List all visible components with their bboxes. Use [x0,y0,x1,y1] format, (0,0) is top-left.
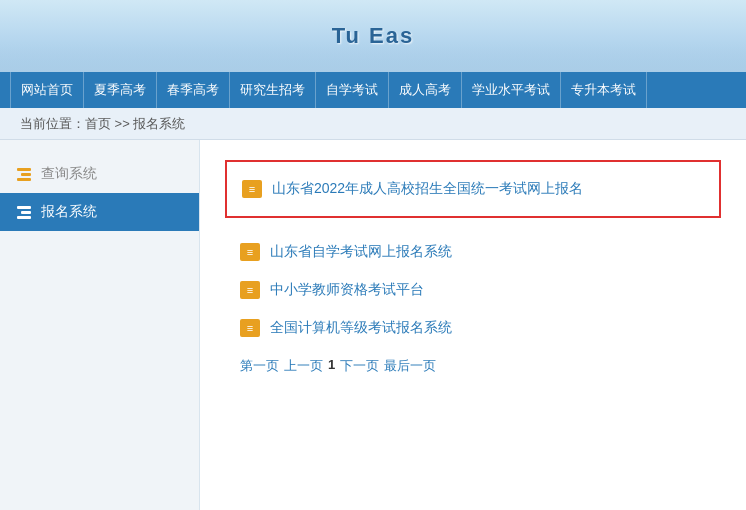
nav-item-academic[interactable]: 学业水平考试 [462,72,561,108]
nav-bar: 网站首页 夏季高考 春季高考 研究生招考 自学考试 成人高考 学业水平考试 专升… [0,72,746,108]
breadcrumb: 当前位置：首页 >> 报名系统 [0,108,746,140]
list-item-0[interactable]: ≡ 山东省2022年成人高校招生全国统一考试网上报名 [227,170,719,208]
nav-item-selfstudy[interactable]: 自学考试 [316,72,389,108]
list-item-3[interactable]: ≡ 全国计算机等级考试报名系统 [225,309,721,347]
sidebar: 查询系统 报名系统 [0,140,200,510]
page-last[interactable]: 最后一页 [384,357,436,375]
page-current: 1 [328,357,335,375]
content-panel: ≡ 山东省2022年成人高校招生全国统一考试网上报名 ≡ 山东省自学考试网上报名… [200,140,746,510]
list-icon-0: ≡ [242,180,262,198]
list-item-2[interactable]: ≡ 中小学教师资格考试平台 [225,271,721,309]
sidebar-item-register[interactable]: 报名系统 [0,193,199,231]
page-next[interactable]: 下一页 [340,357,379,375]
sidebar-item-query-label: 查询系统 [41,165,97,183]
nav-item-spring[interactable]: 春季高考 [157,72,230,108]
list-link-1[interactable]: 山东省自学考试网上报名系统 [270,243,452,261]
page-prev[interactable]: 上一页 [284,357,323,375]
sidebar-item-register-label: 报名系统 [41,203,97,221]
list-icon-1: ≡ [240,243,260,261]
page-first[interactable]: 第一页 [240,357,279,375]
list-item-1[interactable]: ≡ 山东省自学考试网上报名系统 [225,233,721,271]
content-list-highlighted: ≡ 山东省2022年成人高校招生全国统一考试网上报名 [225,160,721,218]
list-icon-2: ≡ [240,281,260,299]
list-icon-3: ≡ [240,319,260,337]
list-link-0[interactable]: 山东省2022年成人高校招生全国统一考试网上报名 [272,180,583,198]
query-icon [15,166,33,182]
header-banner: Tu Eas [0,0,746,72]
pagination: 第一页 上一页 1 下一页 最后一页 [225,347,721,385]
list-link-2[interactable]: 中小学教师资格考试平台 [270,281,424,299]
nav-item-upgrade[interactable]: 专升本考试 [561,72,647,108]
nav-item-adult[interactable]: 成人高考 [389,72,462,108]
breadcrumb-text: 当前位置：首页 >> 报名系统 [20,115,185,133]
list-link-3[interactable]: 全国计算机等级考试报名系统 [270,319,452,337]
main-content: 查询系统 报名系统 ≡ 山东省2022年成人高校招生全国统一考试网上报名 [0,140,746,510]
sidebar-item-query[interactable]: 查询系统 [0,155,199,193]
logo-text: Tu Eas [332,23,415,49]
nav-item-summer[interactable]: 夏季高考 [84,72,157,108]
content-list-plain: ≡ 山东省自学考试网上报名系统 ≡ 中小学教师资格考试平台 ≡ 全国计算机等级考… [225,233,721,347]
nav-item-graduate[interactable]: 研究生招考 [230,72,316,108]
nav-item-home[interactable]: 网站首页 [10,72,84,108]
register-icon [15,204,33,220]
